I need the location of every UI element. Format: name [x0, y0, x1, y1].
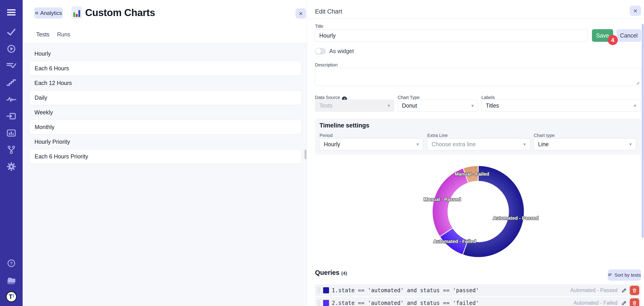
- queries-count-badge: 4: [608, 35, 618, 45]
- test-plans-list-check-icon[interactable]: [0, 60, 23, 71]
- chart-type-select[interactable]: Donut ▾: [398, 100, 478, 112]
- query-code: 2.state == 'automated' and status == 'fa…: [332, 300, 574, 306]
- labels-select[interactable]: Titles ▾: [482, 100, 640, 112]
- donut-slice-label: Automated - Passed: [493, 215, 539, 221]
- drag-handle-icon[interactable]: [318, 300, 320, 306]
- chart-list-item[interactable]: Weekly: [30, 105, 302, 120]
- labels-label: Labels: [482, 95, 495, 100]
- query-label: Automated - Failed: [574, 300, 618, 306]
- as-widget-label: As widget: [329, 48, 354, 54]
- as-widget-toggle[interactable]: [315, 48, 326, 54]
- delete-query-button[interactable]: [630, 286, 639, 295]
- tab-runs[interactable]: Runs: [57, 31, 70, 38]
- chevron-down-icon: ▾: [416, 142, 419, 147]
- pulse-activity-icon[interactable]: [0, 94, 23, 105]
- timeline-chart-type-select[interactable]: Line ▾: [534, 138, 636, 150]
- chevron-down-icon: ▾: [629, 142, 632, 147]
- tab-tests[interactable]: Tests: [36, 31, 49, 38]
- queries-count: (4): [341, 271, 347, 276]
- description-label: Description: [315, 62, 338, 68]
- back-to-analytics-button[interactable]: « Analytics: [34, 7, 63, 18]
- drag-handle-icon[interactable]: [318, 288, 320, 293]
- sort-icon: [608, 274, 612, 277]
- projects-folder-icon[interactable]: [0, 275, 23, 286]
- chevron-down-icon: ▾: [634, 103, 636, 109]
- close-edit-button[interactable]: ×: [630, 6, 641, 16]
- edit-chart-title: Edit Chart: [315, 8, 342, 15]
- edit-query-icon[interactable]: [621, 288, 627, 293]
- custom-charts-panel: « Analytics Custom Charts × Tests Runs H…: [23, 0, 307, 306]
- tests-check-icon[interactable]: [0, 27, 23, 37]
- app-sidebar: ? T: [0, 0, 23, 306]
- query-row: 2.state == 'automated' and status == 'fa…: [315, 297, 641, 306]
- back-button-label: Analytics: [40, 10, 62, 16]
- description-textarea[interactable]: [315, 68, 641, 86]
- runs-play-icon[interactable]: [0, 43, 23, 54]
- title-input[interactable]: [315, 29, 588, 42]
- donut-slice-label: Manual - Passed: [424, 197, 461, 202]
- app-logo[interactable]: T: [0, 291, 23, 302]
- logo-tick: [13, 294, 14, 297]
- imports-sign-in-icon[interactable]: [0, 111, 23, 122]
- query-row: 1.state == 'automated' and status == 'pa…: [315, 284, 641, 296]
- close-panel-button[interactable]: ×: [296, 8, 306, 18]
- settings-gear-icon[interactable]: [0, 161, 23, 172]
- data-source-select: Tests ▾: [315, 100, 394, 112]
- tabs-divider: [23, 43, 307, 43]
- query-code: 1.state == 'automated' and status == 'pa…: [332, 287, 570, 294]
- period-select[interactable]: Hourly ▾: [320, 138, 423, 150]
- donut-slice-label: Automated - Failed: [433, 239, 476, 244]
- donut-slice[interactable]: [432, 168, 468, 237]
- chevron-down-icon: ▾: [388, 103, 390, 109]
- chevron-double-left-icon: «: [35, 9, 38, 16]
- chevron-down-icon: ▾: [523, 142, 526, 147]
- chart-list-item[interactable]: Hourly Priority: [30, 135, 302, 149]
- page-title: Custom Charts: [85, 7, 155, 18]
- bar-chart-emoji-icon: [72, 6, 82, 18]
- logo-letter: T: [9, 293, 13, 300]
- chart-list-item[interactable]: Each 6 Hours: [30, 61, 302, 76]
- chart-list-item[interactable]: Each 6 Hours Priority: [30, 149, 302, 164]
- timeline-settings-panel: Timeline settings Period Extra Line Char…: [315, 118, 641, 154]
- delete-query-button[interactable]: [630, 298, 639, 306]
- help-circle-icon[interactable]: ?: [0, 258, 23, 269]
- menu-icon[interactable]: [0, 7, 23, 18]
- chart-list-item[interactable]: Monthly: [30, 120, 302, 135]
- svg-text:?: ?: [10, 261, 13, 266]
- analytics-bar-chart-icon[interactable]: [0, 128, 23, 138]
- milestones-stairs-icon[interactable]: [0, 77, 23, 88]
- extra-line-select[interactable]: Choose extra line ▾: [427, 138, 530, 150]
- donut-slice-label: Manual - Failed: [455, 171, 489, 176]
- cancel-button[interactable]: Cancel: [616, 29, 641, 42]
- timeline-settings-heading: Timeline settings: [320, 122, 369, 129]
- header-divider: [307, 18, 644, 19]
- sort-by-tests-button[interactable]: Sort by tests: [608, 269, 641, 281]
- chevron-down-icon: ▾: [471, 103, 474, 109]
- edit-query-icon[interactable]: [621, 300, 627, 306]
- edit-chart-panel: Edit Chart × Title Save Cancel 4 As widg…: [307, 0, 644, 306]
- extra-line-label: Extra Line: [427, 133, 448, 138]
- left-scrollbar-thumb[interactable]: [304, 150, 306, 159]
- title-label: Title: [315, 24, 323, 29]
- query-color-swatch: [323, 287, 329, 293]
- timeline-chart-type-label: Chart type: [534, 133, 554, 138]
- right-scrollbar-thumb[interactable]: [642, 24, 644, 238]
- toggle-knob: [316, 48, 321, 54]
- chart-list-item[interactable]: Hourly: [30, 46, 302, 61]
- query-label: Automated - Passed: [570, 287, 618, 293]
- donut-chart: Automated - PassedAutomated - FailedManu…: [419, 160, 555, 267]
- query-color-swatch: [323, 300, 329, 306]
- chart-list-item[interactable]: Daily: [30, 90, 302, 105]
- queries-heading: Queries(4): [315, 269, 347, 276]
- chart-list-item[interactable]: Each 12 Hours: [30, 76, 302, 90]
- chart-type-label: Chart Type: [398, 95, 420, 100]
- period-label: Period: [320, 133, 333, 138]
- branches-icon[interactable]: [0, 144, 23, 155]
